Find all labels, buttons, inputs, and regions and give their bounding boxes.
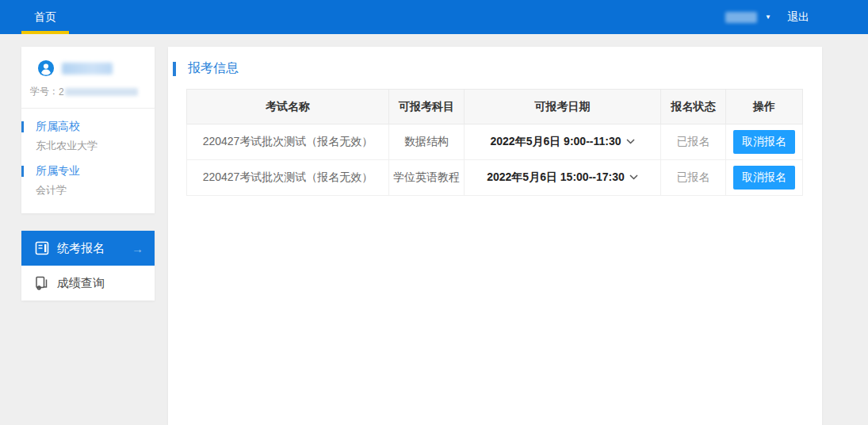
column-header-exam-name: 考试名称 [187, 90, 389, 124]
header-user-dropdown[interactable]: ▼ [725, 12, 771, 23]
user-avatar-icon [37, 59, 55, 77]
cancel-registration-button[interactable]: 取消报名 [733, 166, 795, 190]
sidebar-menu: 统考报名 → 成绩查询 [21, 231, 155, 301]
cell-action: 取消报名 [726, 124, 803, 160]
arrow-right-icon: → [132, 242, 143, 255]
blue-title-bar [173, 62, 176, 76]
chevron-down-icon[interactable] [626, 139, 635, 144]
tab-home-label: 首页 [34, 10, 56, 25]
student-id-redacted [65, 88, 138, 96]
tab-home[interactable]: 首页 [21, 0, 69, 34]
blue-tick-bar [21, 121, 24, 132]
registration-table: 考试名称 可报考科目 可报考日期 报名状态 操作 220427考试批次测试（报名… [186, 89, 803, 196]
caret-down-icon: ▼ [765, 13, 771, 21]
column-header-date: 可报考日期 [465, 90, 661, 124]
sidebar-item-score-query[interactable]: 成绩查询 [21, 266, 155, 301]
major-name: 会计学 [36, 183, 155, 197]
user-identity-row [21, 58, 155, 85]
status-badge: 已报名 [661, 124, 726, 160]
cell-date: 2022年5月6日 15:00--17:30 [465, 160, 661, 196]
tab-home-active-indicator [21, 31, 69, 34]
header-right-group: ▼ 退出 [725, 10, 809, 25]
header-username-redacted [725, 12, 757, 23]
sidebar-item-unified-exam-registration[interactable]: 统考报名 → [21, 231, 155, 266]
sidebar-item-label: 成绩查询 [57, 276, 105, 291]
major-section-label: 所属专业 [36, 164, 80, 178]
table-row: 220427考试批次测试（报名无效） 数据结构 2022年5月6日 9:00--… [187, 124, 803, 160]
cell-action: 取消报名 [726, 160, 803, 196]
date-text: 2022年5月6日 15:00--17:30 [487, 170, 625, 183]
major-section: 所属专业 会计学 [21, 164, 155, 197]
sidebar: 学号： 2 所属高校 东北农业大学 所属专业 会计学 [21, 47, 155, 425]
status-badge: 已报名 [661, 160, 726, 196]
page-title: 报考信息 [188, 60, 239, 77]
school-name: 东北农业大学 [36, 139, 155, 153]
school-label-row: 所属高校 [21, 120, 155, 134]
chevron-down-icon[interactable] [629, 174, 638, 180]
user-name-redacted [62, 63, 113, 75]
cancel-registration-button[interactable]: 取消报名 [733, 130, 795, 154]
cell-exam-name: 220427考试批次测试（报名无效） [187, 160, 389, 196]
school-section-label: 所属高校 [36, 120, 80, 134]
column-header-status: 报名状态 [661, 90, 726, 124]
app-root: 首页 ▼ 退出 [0, 0, 868, 425]
student-id-prefix: 2 [59, 86, 64, 98]
blue-tick-bar [21, 166, 24, 177]
logout-button[interactable]: 退出 [787, 10, 809, 25]
cell-subject: 学位英语教程 [389, 160, 465, 196]
student-id-row: 学号： 2 [21, 85, 155, 109]
column-header-action: 操作 [726, 90, 803, 124]
column-header-subject: 可报考科目 [389, 90, 465, 124]
table-row: 220427考试批次测试（报名无效） 学位英语教程 2022年5月6日 15:0… [187, 160, 803, 196]
top-header: 首页 ▼ 退出 [0, 0, 868, 34]
student-id-label: 学号： [30, 85, 59, 98]
sidebar-item-label: 统考报名 [57, 241, 105, 256]
school-section: 所属高校 东北农业大学 [21, 120, 155, 153]
page-content: 学号： 2 所属高校 东北农业大学 所属专业 会计学 [0, 34, 868, 425]
major-label-row: 所属专业 [21, 164, 155, 178]
table-header-row: 考试名称 可报考科目 可报考日期 报名状态 操作 [187, 90, 803, 124]
cell-subject: 数据结构 [389, 124, 465, 160]
main-panel: 报考信息 考试名称 可报考科目 可报考日期 报名状态 操作 [168, 47, 822, 425]
registration-form-icon [35, 241, 49, 255]
user-info-card: 学号： 2 所属高校 东北农业大学 所属专业 会计学 [21, 47, 155, 213]
section-title-row: 报考信息 [168, 47, 822, 77]
cell-date: 2022年5月6日 9:00--11:30 [465, 124, 661, 160]
cell-exam-name: 220427考试批次测试（报名无效） [187, 124, 389, 160]
score-query-icon [35, 276, 49, 290]
date-text: 2022年5月6日 9:00--11:30 [491, 135, 621, 147]
